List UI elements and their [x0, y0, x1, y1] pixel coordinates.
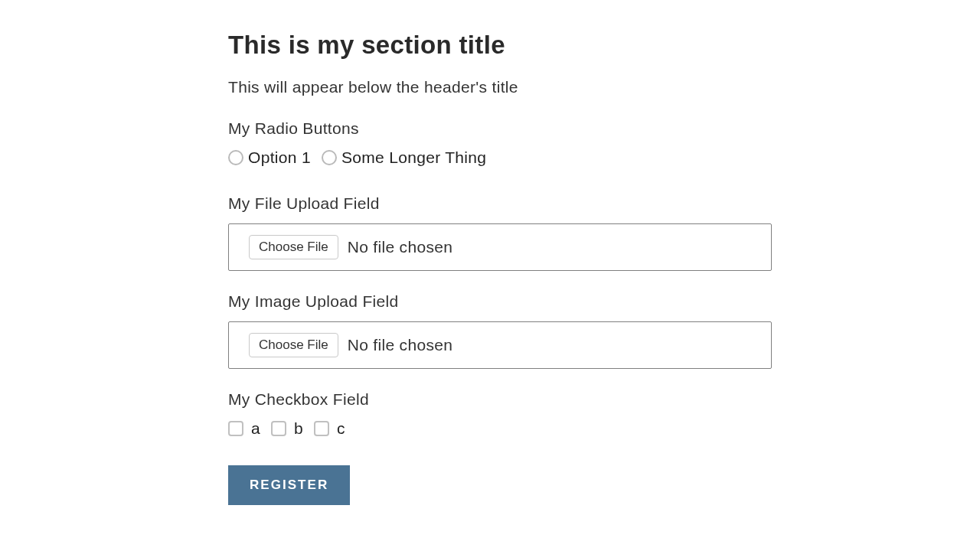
checkbox-item-b: b [271, 419, 303, 438]
checkbox-item-c: c [314, 419, 345, 438]
checkbox-group-label: My Checkbox Field [228, 390, 773, 409]
checkbox-input-c[interactable] [314, 421, 329, 436]
checkbox-input-b[interactable] [271, 421, 286, 436]
file-upload-field: My File Upload Field Choose File No file… [228, 194, 773, 271]
checkbox-input-a[interactable] [228, 421, 243, 436]
form-container: This is my section title This will appea… [0, 0, 773, 505]
checkbox-label-a: a [251, 419, 260, 438]
radio-label-option-1: Option 1 [248, 148, 311, 167]
radio-label-option-2: Some Longer Thing [341, 148, 486, 167]
choose-image-button[interactable]: Choose File [249, 333, 338, 357]
image-upload-input[interactable]: Choose File No file chosen [228, 321, 772, 369]
section-title: This is my section title [228, 31, 773, 60]
radio-group-label: My Radio Buttons [228, 119, 773, 138]
file-upload-input[interactable]: Choose File No file chosen [228, 223, 772, 271]
choose-file-button[interactable]: Choose File [249, 235, 338, 259]
image-upload-status: No file chosen [348, 336, 453, 354]
file-upload-label: My File Upload Field [228, 194, 773, 213]
radio-input-option-1[interactable] [228, 150, 243, 165]
image-upload-field: My Image Upload Field Choose File No fil… [228, 292, 773, 369]
checkbox-item-a: a [228, 419, 260, 438]
file-upload-status: No file chosen [348, 238, 453, 256]
checkbox-label-b: b [294, 419, 303, 438]
radio-group: Option 1 Some Longer Thing [228, 148, 773, 167]
register-button[interactable]: REGISTER [228, 465, 350, 505]
checkbox-group: a b c [228, 419, 773, 438]
radio-item-option-1: Option 1 [228, 148, 311, 167]
image-upload-label: My Image Upload Field [228, 292, 773, 311]
checkbox-label-c: c [337, 419, 345, 438]
radio-input-option-2[interactable] [322, 150, 337, 165]
radio-item-option-2: Some Longer Thing [322, 148, 486, 167]
section-subtitle: This will appear below the header's titl… [228, 78, 773, 96]
